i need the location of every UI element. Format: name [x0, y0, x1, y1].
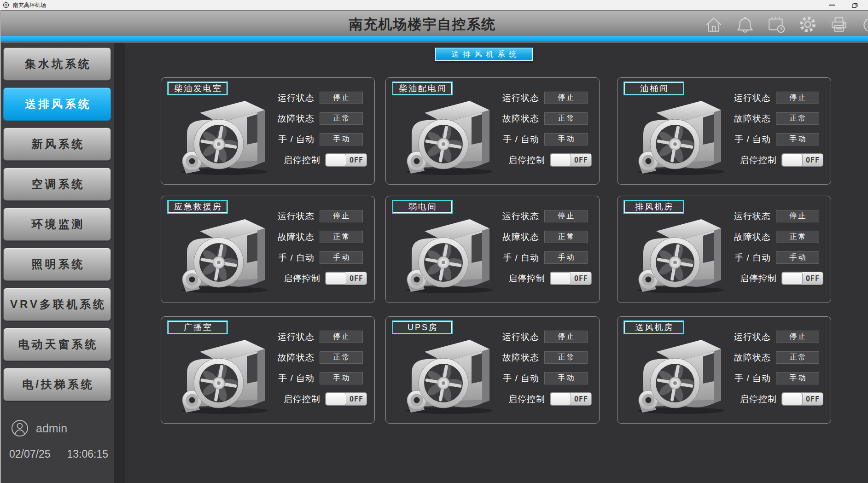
- run-status-value: 停止: [544, 210, 588, 222]
- start-stop-toggle[interactable]: OFF: [326, 154, 367, 166]
- mode-row: 手 / 自动 手动: [733, 247, 819, 268]
- room-title: 柴油配电间: [399, 83, 447, 94]
- run-status-label: 运行状态: [278, 210, 315, 222]
- run-status-row: 运行状态 停止: [733, 87, 819, 108]
- cards-grid: 柴油发电室 运行状态 停止 故障状态 正常 手 / 自动 手动 启停控制 O: [0, 0, 868, 483]
- room-title: 排风机房: [635, 201, 674, 212]
- toggle-state-label: OFF: [803, 393, 823, 405]
- alarm-bell-icon[interactable]: [735, 15, 755, 34]
- toggle-state-label: OFF: [346, 393, 367, 405]
- run-status-label: 运行状态: [502, 331, 539, 343]
- control-label: 启停控制: [284, 273, 320, 285]
- minimize-button[interactable]: [829, 5, 835, 6]
- fan-image: [398, 215, 504, 295]
- status-panel: 运行状态 停止 故障状态 正常 手 / 自动 手动 启停控制 OFF: [733, 326, 819, 409]
- run-status-row: 运行状态 停止: [501, 87, 588, 108]
- run-status-label: 运行状态: [278, 92, 315, 104]
- run-status-row: 运行状态 停止: [501, 326, 588, 347]
- mode-row: 手 / 自动 手动: [501, 247, 588, 268]
- toggle-knob: [782, 272, 803, 285]
- restore-button[interactable]: [851, 2, 858, 8]
- fault-status-value: 正常: [776, 351, 819, 364]
- run-status-value: 停止: [320, 92, 363, 104]
- status-panel: 运行状态 停止 故障状态 正常 手 / 自动 手动 启停控制 OFF: [276, 87, 363, 170]
- run-status-row: 运行状态 停止: [501, 206, 588, 227]
- fan-unit-card: 送风机房 运行状态 停止 故障状态 正常 手 / 自动 手动 启停控制 OF: [617, 316, 831, 424]
- mode-row: 手 / 自动 手动: [733, 368, 819, 389]
- mode-label: 手 / 自动: [503, 134, 539, 145]
- mode-value: 手动: [776, 372, 819, 384]
- status-panel: 运行状态 停止 故障状态 正常 手 / 自动 手动 启停控制 OFF: [501, 87, 588, 170]
- fan-unit-card: 油桶间 运行状态 停止 故障状态 正常 手 / 自动 手动 启停控制 OFF: [617, 77, 831, 185]
- room-title-box: 柴油配电间: [392, 81, 453, 95]
- toggle-knob: [326, 393, 346, 405]
- status-panel: 运行状态 停止 故障状态 正常 手 / 自动 手动 启停控制 OFF: [501, 206, 588, 289]
- control-label: 启停控制: [284, 393, 320, 405]
- run-status-value: 停止: [320, 210, 363, 222]
- start-stop-toggle[interactable]: OFF: [550, 154, 591, 166]
- mode-value: 手动: [320, 133, 363, 145]
- fan-unit-card: 广播室 运行状态 停止 故障状态 正常 手 / 自动 手动 启停控制 OFF: [161, 316, 375, 424]
- control-row: 启停控制 OFF: [276, 389, 363, 409]
- fault-status-row: 故障状态 正常: [501, 227, 588, 247]
- fan-image: [629, 336, 735, 415]
- room-title: 弱电间: [408, 201, 437, 212]
- fault-status-label: 故障状态: [734, 352, 771, 364]
- accent-bar: [0, 36, 868, 41]
- fault-status-value: 正常: [544, 112, 588, 125]
- control-row: 启停控制 OFF: [733, 150, 819, 170]
- fan-image: [173, 97, 279, 176]
- run-status-label: 运行状态: [734, 92, 771, 104]
- mode-value: 手动: [320, 372, 363, 384]
- printer-icon[interactable]: [829, 15, 849, 34]
- room-title-box: 送风机房: [623, 320, 684, 334]
- mode-row: 手 / 自动 手动: [501, 129, 588, 150]
- window-title: 南充高坪机场: [13, 1, 46, 9]
- start-stop-toggle[interactable]: OFF: [782, 272, 823, 285]
- mode-value: 手动: [544, 251, 588, 264]
- fan-unit-card: UPS房 运行状态 停止 故障状态 正常 手 / 自动 手动 启停控制 OF: [385, 316, 600, 424]
- settings-gear-icon[interactable]: [798, 15, 817, 34]
- run-status-value: 停止: [544, 92, 588, 104]
- start-stop-toggle[interactable]: OFF: [782, 393, 823, 405]
- toggle-state-label: OFF: [803, 272, 823, 285]
- control-label: 启停控制: [740, 154, 777, 166]
- run-status-row: 运行状态 停止: [276, 326, 363, 347]
- room-title-box: UPS房: [392, 320, 453, 334]
- control-label: 启停控制: [508, 154, 545, 166]
- start-stop-toggle[interactable]: OFF: [782, 154, 823, 166]
- toggle-knob: [550, 393, 571, 405]
- home-icon[interactable]: [704, 15, 723, 34]
- mode-row: 手 / 自动 手动: [501, 368, 588, 389]
- mode-value: 手动: [776, 251, 819, 264]
- room-title-box: 广播室: [167, 320, 228, 334]
- status-panel: 运行状态 停止 故障状态 正常 手 / 自动 手动 启停控制 OFF: [276, 206, 363, 289]
- room-title-box: 排风机房: [623, 200, 684, 214]
- toggle-knob: [326, 154, 346, 166]
- fault-status-label: 故障状态: [278, 352, 315, 364]
- start-stop-toggle[interactable]: OFF: [550, 272, 591, 285]
- run-status-value: 停止: [320, 331, 363, 343]
- run-status-row: 运行状态 停止: [733, 206, 819, 227]
- fault-status-row: 故障状态 正常: [276, 108, 363, 129]
- fan-image: [173, 215, 279, 295]
- status-panel: 运行状态 停止 故障状态 正常 手 / 自动 手动 启停控制 OFF: [733, 206, 819, 289]
- run-status-value: 停止: [544, 331, 588, 343]
- room-title: 广播室: [184, 322, 213, 333]
- control-row: 启停控制 OFF: [276, 150, 363, 170]
- mode-value: 手动: [544, 133, 588, 145]
- start-stop-toggle[interactable]: OFF: [550, 393, 591, 405]
- start-stop-toggle[interactable]: OFF: [326, 393, 367, 405]
- divider-line: [0, 41, 868, 43]
- power-icon[interactable]: [861, 15, 868, 34]
- mode-value: 手动: [776, 133, 819, 145]
- mode-label: 手 / 自动: [278, 372, 315, 384]
- run-status-label: 运行状态: [502, 92, 539, 104]
- start-stop-toggle[interactable]: OFF: [326, 272, 367, 285]
- control-label: 启停控制: [508, 393, 545, 405]
- status-panel: 运行状态 停止 故障状态 正常 手 / 自动 手动 启停控制 OFF: [733, 87, 819, 170]
- mode-row: 手 / 自动 手动: [276, 247, 363, 268]
- run-status-row: 运行状态 停止: [733, 326, 819, 347]
- schedule-calendar-icon[interactable]: [767, 15, 786, 34]
- room-title: UPS房: [408, 322, 438, 333]
